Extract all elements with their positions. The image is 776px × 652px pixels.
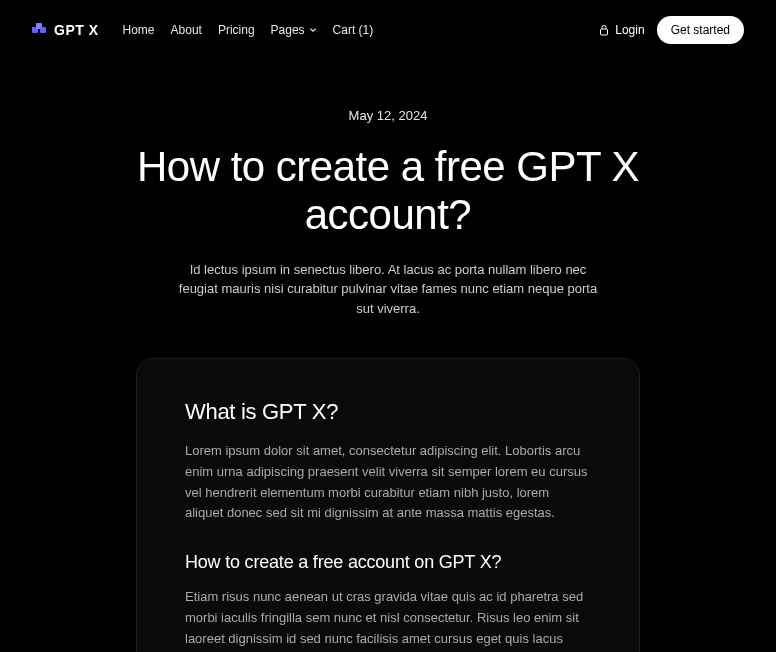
logo-text: GPT X: [54, 22, 99, 38]
logo-icon: [32, 23, 46, 37]
lock-icon: [599, 24, 609, 36]
chevron-down-icon: [309, 26, 317, 34]
login-link[interactable]: Login: [599, 23, 644, 37]
nav-links: Home About Pricing Pages Cart (1): [123, 23, 374, 37]
section-1-title: What is GPT X?: [185, 399, 591, 425]
nav-right: Login Get started: [599, 16, 744, 44]
section-2-body: Etiam risus nunc aenean ut cras gravida …: [185, 587, 591, 652]
navigation-bar: GPT X Home About Pricing Pages Cart (1) …: [0, 0, 776, 60]
hero-section: May 12, 2024 How to create a free GPT X …: [0, 60, 776, 358]
section-2-title: How to create a free account on GPT X?: [185, 552, 591, 573]
section-1-body: Lorem ipsum dolor sit amet, consectetur …: [185, 441, 591, 524]
page-title: How to create a free GPT X account?: [80, 143, 696, 240]
nav-link-home[interactable]: Home: [123, 23, 155, 37]
nav-link-pages[interactable]: Pages: [271, 23, 317, 37]
article-date: May 12, 2024: [80, 108, 696, 123]
get-started-button[interactable]: Get started: [657, 16, 744, 44]
nav-link-pricing[interactable]: Pricing: [218, 23, 255, 37]
nav-link-about[interactable]: About: [171, 23, 202, 37]
svg-rect-2: [40, 27, 46, 33]
nav-link-cart[interactable]: Cart (1): [333, 23, 374, 37]
logo[interactable]: GPT X: [32, 22, 99, 38]
page-subtitle: Id lectus ipsum in senectus libero. At l…: [178, 260, 598, 319]
content-card: What is GPT X? Lorem ipsum dolor sit ame…: [136, 358, 640, 652]
svg-rect-3: [601, 29, 608, 35]
